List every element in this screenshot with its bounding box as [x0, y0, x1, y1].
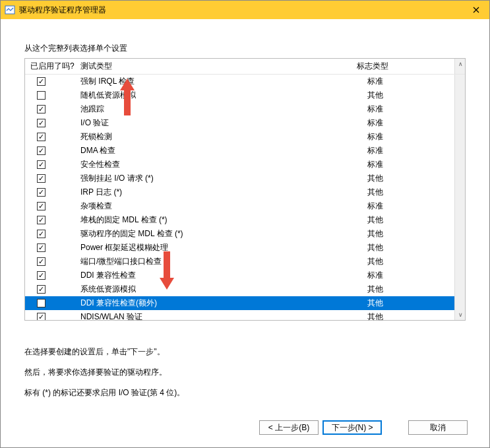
- row-flag-type: 其他: [367, 228, 465, 240]
- scroll-down-icon[interactable]: ∨: [455, 309, 465, 320]
- row-flag-type: 标准: [367, 159, 465, 170]
- help-line-1: 在选择要创建的设置后，单击"下一步"。: [24, 342, 466, 362]
- checkbox[interactable]: [37, 299, 46, 307]
- column-flag-type[interactable]: 标志类型: [357, 61, 454, 72]
- row-checkbox-cell: ✓: [25, 243, 77, 252]
- titlebar: 驱动程序验证程序管理器: [1, 1, 489, 19]
- row-checkbox-cell: ✓: [25, 174, 77, 183]
- content-area: 从这个完整列表选择单个设置 已启用了吗? 测试类型 标志类型 ∧ ✓强制 IRQ…: [1, 19, 489, 410]
- table-row[interactable]: ✓安全性检查标准: [25, 158, 465, 172]
- table-row[interactable]: ✓端口/微型端口接口检查其他: [25, 255, 465, 269]
- row-test-type: DMA 检查: [77, 145, 367, 156]
- checkbox[interactable]: ✓: [37, 146, 46, 155]
- table-row[interactable]: ✓驱动程序的固定 MDL 检查 (*)其他: [25, 227, 465, 241]
- row-checkbox-cell: ✓: [25, 285, 77, 294]
- row-test-type: 端口/微型端口接口检查: [77, 256, 367, 267]
- row-test-type: 死锁检测: [77, 131, 367, 143]
- app-icon: [5, 5, 15, 15]
- row-test-type: I/O 验证: [77, 117, 367, 129]
- checkbox[interactable]: ✓: [37, 77, 46, 86]
- row-test-type: 池跟踪: [77, 104, 367, 115]
- help-line-3: 标有 (*) 的标记还要求启用 I/O 验证(第 4 位)。: [24, 383, 466, 403]
- table-row[interactable]: ✓DDI 兼容性检查标准: [25, 269, 465, 282]
- row-checkbox-cell: ✓: [25, 271, 77, 280]
- table-row[interactable]: ✓I/O 验证标准: [25, 116, 465, 130]
- wizard-buttons: < 上一步(B) 下一步(N) > 取消: [259, 420, 468, 435]
- row-test-type: IRP 日志 (*): [77, 187, 367, 198]
- table-row[interactable]: ✓强制挂起 I/O 请求 (*)其他: [25, 172, 465, 185]
- row-checkbox-cell: ✓: [25, 105, 77, 113]
- table-row[interactable]: ✓Power 框架延迟模糊处理其他: [25, 241, 465, 255]
- row-checkbox-cell: [25, 299, 77, 307]
- row-flag-type: 其他: [367, 173, 465, 184]
- row-test-type: DDI 兼容性检查(额外): [77, 298, 367, 309]
- checkbox[interactable]: ✓: [37, 202, 46, 210]
- row-test-type: 堆栈的固定 MDL 检查 (*): [77, 214, 367, 226]
- checkbox[interactable]: ✓: [37, 271, 46, 280]
- table-row[interactable]: ✓IRP 日志 (*)其他: [25, 185, 465, 199]
- row-flag-type: 标准: [367, 131, 465, 143]
- checkbox[interactable]: ✓: [37, 188, 46, 197]
- row-test-type: 强制挂起 I/O 请求 (*): [77, 173, 367, 184]
- row-test-type: 随机低资源模拟: [77, 90, 367, 101]
- scrollbar[interactable]: ∧: [454, 59, 465, 74]
- row-flag-type: 其他: [367, 311, 465, 320]
- column-enabled[interactable]: 已启用了吗?: [25, 61, 77, 72]
- checkbox[interactable]: [37, 91, 46, 100]
- table-row[interactable]: ✓杂项检查标准: [25, 199, 465, 213]
- table-row[interactable]: ✓死锁检测标准: [25, 130, 465, 144]
- row-test-type: 驱动程序的固定 MDL 检查 (*): [77, 228, 367, 240]
- row-test-type: NDIS/WLAN 验证: [77, 311, 367, 320]
- row-flag-type: 其他: [367, 284, 465, 295]
- row-flag-type: 标准: [367, 104, 465, 115]
- row-checkbox-cell: [25, 91, 77, 100]
- row-flag-type: 标准: [367, 270, 465, 281]
- checkbox[interactable]: ✓: [37, 133, 46, 141]
- checkbox[interactable]: ✓: [37, 119, 46, 127]
- checkbox[interactable]: ✓: [37, 105, 46, 113]
- row-checkbox-cell: ✓: [25, 202, 77, 210]
- checkbox[interactable]: ✓: [37, 216, 46, 224]
- row-checkbox-cell: ✓: [25, 160, 77, 169]
- table-row[interactable]: ✓系统低资源模拟其他: [25, 282, 465, 296]
- row-test-type: Power 框架延迟模糊处理: [77, 242, 367, 253]
- checkbox[interactable]: ✓: [37, 174, 46, 183]
- row-checkbox-cell: ✓: [25, 257, 77, 266]
- scroll-up-icon[interactable]: ∧: [455, 59, 466, 69]
- table-row[interactable]: DDI 兼容性检查(额外)其他: [25, 296, 465, 310]
- row-flag-type: 标准: [367, 76, 465, 87]
- row-checkbox-cell: ✓: [25, 188, 77, 197]
- row-checkbox-cell: ✓: [25, 119, 77, 127]
- row-test-type: DDI 兼容性检查: [77, 270, 367, 281]
- help-line-2: 然后，将要求你选择要验证的驱动程序。: [24, 362, 466, 383]
- checkbox[interactable]: ✓: [37, 285, 46, 294]
- checkbox[interactable]: ✓: [37, 230, 46, 238]
- table-row[interactable]: ✓强制 IRQL 检查标准: [25, 75, 465, 88]
- help-text: 在选择要创建的设置后，单击"下一步"。 然后，将要求你选择要验证的驱动程序。 标…: [24, 342, 466, 404]
- back-button[interactable]: < 上一步(B): [259, 420, 319, 435]
- row-checkbox-cell: ✓: [25, 133, 77, 141]
- row-test-type: 强制 IRQL 检查: [77, 76, 367, 87]
- table-row[interactable]: 随机低资源模拟其他: [25, 88, 465, 102]
- row-checkbox-cell: ✓: [25, 313, 77, 320]
- next-button[interactable]: 下一步(N) >: [322, 420, 382, 435]
- row-test-type: 系统低资源模拟: [77, 284, 367, 295]
- checkbox[interactable]: ✓: [37, 243, 46, 252]
- checkbox[interactable]: ✓: [37, 257, 46, 266]
- table-row[interactable]: ✓DMA 检查标准: [25, 144, 465, 158]
- page-subtitle: 从这个完整列表选择单个设置: [24, 43, 466, 54]
- close-icon: [473, 7, 479, 13]
- table-row[interactable]: ✓堆栈的固定 MDL 检查 (*)其他: [25, 213, 465, 227]
- table-row[interactable]: ✓NDIS/WLAN 验证其他: [25, 310, 465, 320]
- table-row[interactable]: ✓池跟踪标准: [25, 102, 465, 116]
- row-checkbox-cell: ✓: [25, 146, 77, 155]
- checkbox[interactable]: ✓: [37, 160, 46, 169]
- cancel-button[interactable]: 取消: [408, 420, 468, 435]
- column-test-type[interactable]: 测试类型: [77, 61, 357, 72]
- row-checkbox-cell: ✓: [25, 77, 77, 86]
- row-flag-type: 其他: [367, 187, 465, 198]
- scrollbar-track[interactable]: ∨: [454, 75, 465, 320]
- window-title: 驱动程序验证程序管理器: [19, 5, 106, 16]
- close-button[interactable]: [463, 1, 489, 19]
- checkbox[interactable]: ✓: [37, 313, 46, 320]
